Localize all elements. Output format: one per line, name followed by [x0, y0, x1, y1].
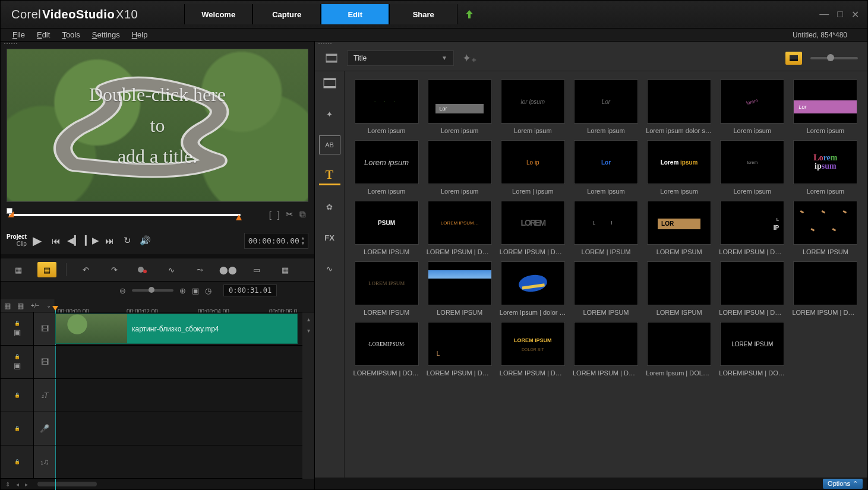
track-head-video[interactable]: 🔒▣: [1, 312, 33, 346]
library-item[interactable]: LOREM IPSUM: [571, 261, 640, 316]
track-head-expanded-icon[interactable]: ▦: [17, 302, 24, 310]
library-item[interactable]: L LOREM IPSUM | DOL…: [425, 322, 494, 377]
timecode-spinner[interactable]: ▲▼: [302, 236, 304, 246]
library-item[interactable]: Lorem ipsum dolor sit a…: [645, 80, 714, 134]
mode-project[interactable]: Project: [7, 233, 27, 241]
audio-mixer-button[interactable]: ∿: [162, 262, 181, 277]
sidebar-transition[interactable]: ✦: [319, 105, 340, 124]
track-head-overlay[interactable]: 🔒▣: [1, 346, 33, 379]
voice-track-lane[interactable]: 🎤: [34, 412, 302, 445]
preview-monitor[interactable]: Double-click here to add a title.: [7, 49, 308, 202]
library-item[interactable]: LOR LOREM IPSUM: [645, 201, 714, 255]
timeline-vscroll[interactable]: ▴▾: [302, 312, 314, 479]
menu-help[interactable]: Help: [132, 30, 148, 39]
subtitle-button[interactable]: ▭: [247, 262, 266, 277]
track-lanes[interactable]: 🎞 картинг-близко_сбоку.mp4 🎞 ₁T: [34, 312, 302, 479]
ruler-chevron-icon[interactable]: ⌄: [46, 302, 51, 309]
video-clip[interactable]: картинг-близко_сбоку.mp4: [55, 314, 298, 344]
timeline-scroll-left[interactable]: ◂: [16, 481, 19, 488]
library-category-dropdown[interactable]: Title ▼: [347, 50, 454, 66]
track-head-compact-icon[interactable]: ▦: [4, 302, 11, 310]
library-item[interactable]: LOREM IPSUM: [425, 261, 494, 316]
multi-trim-button[interactable]: ⬤⬤: [219, 262, 238, 277]
add-favorite-button[interactable]: ✦₊: [462, 51, 476, 65]
library-item[interactable]: LOREM IPSUM… LOREM IPSUM | DOL…: [425, 201, 494, 255]
title-placeholder[interactable]: Double-click here to add a title.: [7, 49, 308, 201]
scrub-track[interactable]: [9, 214, 241, 216]
zoom-slider[interactable]: [132, 289, 173, 292]
redo-button[interactable]: ↷: [105, 262, 124, 277]
library-item[interactable]: Lor Lorem ipsum: [791, 80, 860, 134]
menu-settings[interactable]: Settings: [92, 30, 120, 39]
library-item[interactable]: PSUM LOREM IPSUM: [352, 201, 421, 255]
tab-edit[interactable]: Edit: [321, 4, 389, 24]
thumbnail-size-slider[interactable]: [810, 57, 858, 59]
volume-button[interactable]: 🔊: [140, 235, 151, 246]
library-item[interactable]: LOREM ISPUM: [645, 261, 714, 316]
timeline-view-button[interactable]: ▤: [37, 262, 56, 277]
upgrade-icon[interactable]: [459, 4, 480, 24]
sidebar-media[interactable]: [319, 74, 340, 93]
library-grid[interactable]: · · · Lorem ipsumLor Lorem ipsumlor ipsu…: [345, 71, 867, 478]
title-track-lane[interactable]: ₁T: [34, 379, 302, 412]
library-item[interactable]: L I LOREM | IPSUM: [571, 201, 640, 255]
library-item[interactable]: LOREM IPSUM LOREM IPSUM: [352, 261, 421, 316]
mark-out-button[interactable]: ]: [277, 210, 280, 220]
tab-share[interactable]: Share: [389, 4, 457, 24]
fit-project-button[interactable]: ▣: [192, 286, 199, 295]
timeline-scroll-up[interactable]: ⇕: [5, 481, 10, 488]
library-item[interactable]: Lorem ipsum Lorem ipsum: [645, 140, 714, 195]
library-item[interactable]: lorem Lorem ipsum: [718, 140, 787, 195]
timeline-scroll-right[interactable]: ▸: [25, 481, 28, 488]
voice-track-icon[interactable]: 🎤: [34, 412, 55, 445]
prev-frame-button[interactable]: ◀▎: [68, 235, 80, 246]
mark-in-handle[interactable]: [8, 211, 14, 217]
split-button[interactable]: ⧉: [299, 209, 306, 220]
playback-mode[interactable]: Project Clip: [7, 233, 27, 248]
timeline-hscrollbar[interactable]: [37, 482, 97, 486]
mode-clip[interactable]: Clip: [17, 241, 27, 248]
motion-track-button[interactable]: ⤳: [190, 262, 209, 277]
next-frame-button[interactable]: ▎▶: [86, 235, 98, 246]
track-head-voice[interactable]: 🔒: [1, 412, 33, 445]
title-track-icon[interactable]: ₁T: [34, 379, 55, 412]
maximize-button[interactable]: □: [837, 9, 843, 20]
library-item[interactable]: Lor Lorem ipsum: [425, 80, 494, 134]
project-duration[interactable]: 0:00:31.01: [223, 284, 277, 296]
library-item[interactable]: Lorem ipsum Lorem ipsum: [352, 140, 421, 195]
mark-out-handle[interactable]: [236, 211, 242, 220]
overlay-track-icon[interactable]: 🎞: [34, 346, 55, 378]
minimize-button[interactable]: —: [819, 9, 829, 20]
undo-button[interactable]: ↶: [76, 262, 95, 277]
library-item[interactable]: Lorem Ipsum | DOLOR …: [645, 322, 714, 377]
track-head-title[interactable]: 🔒: [1, 379, 33, 412]
storyboard-view-button[interactable]: ▦: [9, 262, 28, 277]
library-item[interactable]: Lorem ipsum: [425, 140, 494, 195]
overlay-track-lane[interactable]: 🎞: [34, 346, 302, 379]
go-end-button[interactable]: ⏭: [104, 236, 116, 246]
library-item[interactable]: LOREM IPSUMDOLOR SIT LOREM IPSUM | DOL…: [498, 322, 567, 377]
library-item[interactable]: Loremipsum Lorem ipsum: [791, 140, 860, 195]
zoom-out-button[interactable]: ⊖: [119, 286, 126, 295]
library-item[interactable]: LOREM IPSUM | DOL…: [718, 261, 787, 316]
music-track-lane[interactable]: ₁♫: [34, 445, 302, 479]
video-track-icon[interactable]: 🎞: [34, 312, 55, 345]
menu-edit[interactable]: Edit: [37, 30, 50, 39]
tab-capture[interactable]: Capture: [252, 4, 321, 24]
sidebar-title[interactable]: T: [319, 166, 340, 185]
sidebar-path[interactable]: ∿: [319, 259, 340, 278]
tab-welcome[interactable]: Welcome: [184, 4, 252, 24]
menu-file[interactable]: File: [12, 30, 25, 39]
record-button[interactable]: [133, 262, 152, 277]
library-item[interactable]: Lor Lorem ipsum: [571, 140, 640, 195]
timecode-display[interactable]: 00:00:00.00 ▲▼: [244, 233, 308, 249]
library-item[interactable]: Lorem Ipsum | dolor sit …: [498, 261, 567, 316]
thumbnail-view-button[interactable]: [785, 52, 802, 65]
library-item[interactable]: Lo ip Lorem | ipsum: [498, 140, 567, 195]
library-media-icon[interactable]: [324, 51, 339, 65]
options-button[interactable]: Options ⌃: [823, 479, 863, 489]
sidebar-fx[interactable]: FX: [319, 228, 340, 247]
scrubber[interactable]: [ ] ✂ ⧉: [9, 207, 306, 227]
library-item[interactable]: LOREM LOREM IPSUM | DOL…: [498, 201, 567, 255]
track-head-music[interactable]: 🔒: [1, 445, 33, 479]
